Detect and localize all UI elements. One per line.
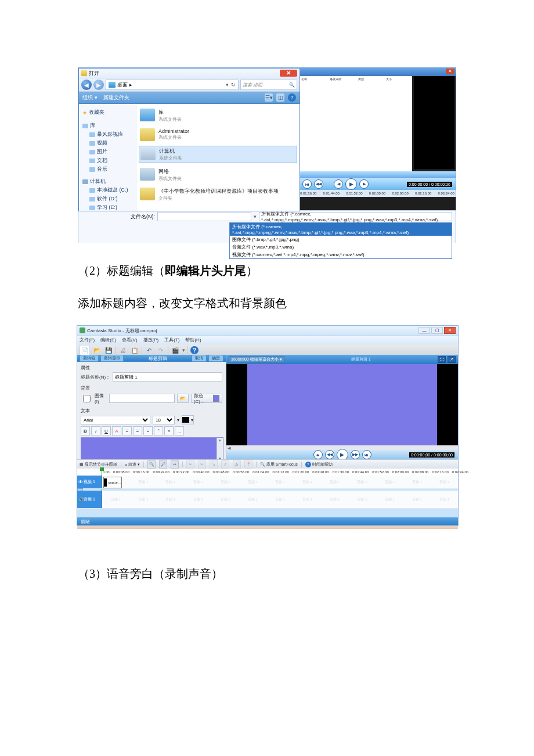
textarea-scrollbar[interactable]: ▴▾ (217, 438, 223, 461)
redo-button[interactable]: ↷ (156, 345, 165, 355)
list-item[interactable]: Administrator系统文件夹 (139, 127, 297, 142)
minimize-button[interactable]: — (418, 327, 430, 334)
bg-image-checkbox[interactable] (83, 395, 91, 402)
host-stepback-button[interactable]: ◀ (334, 179, 343, 189)
font-size-select[interactable]: 18 (153, 416, 175, 424)
zoom-fit-icon[interactable]: ⇔ (171, 460, 179, 469)
font-color-button[interactable]: ▾ (182, 415, 194, 424)
maximize-button[interactable]: ▢ (431, 327, 443, 334)
audio-track[interactable]: 🔊音频 1 音频 1音频 1 音频 1音频 1 音频 1音频 1 音频 1音频 … (77, 491, 458, 509)
search-input[interactable]: 搜索 桌面 🔍 (240, 80, 297, 90)
ok-button[interactable]: 确定 (208, 355, 223, 362)
host-rewind-button[interactable]: ◀◀ (314, 179, 323, 189)
align-center-button[interactable]: ≡ (133, 426, 142, 435)
view-mode-button[interactable]: ☰▾ (265, 93, 273, 102)
list-item[interactable]: 《中小学数字化教师培训课程资源库》项目验收事项文件夹 (139, 186, 297, 203)
menu-play[interactable]: 播放(P) (143, 337, 159, 343)
save-button[interactable]: 💾 (104, 345, 113, 355)
list-item-selected[interactable]: 计算机系统文件夹 (139, 146, 297, 163)
audio-icon[interactable]: 🔊 (233, 460, 241, 469)
filetype-option[interactable]: 视频文件 (*.camrec,*.avi,*.mp4,*.mpg,*.mpeg,… (230, 251, 452, 258)
speaker-icon[interactable]: 🔊 (78, 497, 84, 502)
pv-rw-button[interactable]: ◀◀ (325, 450, 334, 459)
dialog-close-button[interactable]: ✕ (280, 70, 297, 77)
breadcrumb[interactable]: 桌面 ▸ ▾ ↻ (106, 80, 239, 90)
sidebar-item[interactable]: 图片 (82, 148, 136, 156)
align-left-button[interactable]: ≡ (122, 426, 132, 435)
list-item[interactable]: 网络系统文件夹 (139, 167, 297, 183)
help-button[interactable]: ? (288, 93, 296, 102)
forward-button[interactable]: ▶ (93, 80, 104, 90)
filetype-option[interactable]: 图像文件 (*.bmp,*.gif,*.jpg;*.png) (230, 236, 452, 243)
sidebar-item[interactable]: 暴风影视库 (82, 131, 136, 138)
menu-view[interactable]: 查看(V) (122, 337, 138, 343)
panel-tab-clipbin[interactable]: 剪辑箱 (80, 355, 99, 362)
timeline-help-button[interactable]: ? 时间轴帮助 (305, 462, 333, 467)
menu-tools[interactable]: 工具(T) (164, 337, 179, 343)
align-right-button[interactable]: ≡ (143, 426, 153, 435)
name-input[interactable] (113, 372, 222, 381)
host-prev-button[interactable]: ⏮ (302, 179, 312, 189)
text-color-button[interactable]: A (112, 426, 121, 435)
print-button[interactable]: 🖨 (118, 345, 128, 355)
underline-button[interactable]: U (102, 426, 111, 435)
new-folder-button[interactable]: 新建文件夹 (103, 94, 129, 102)
filetype-current[interactable]: 所有媒体文件 (*.camrec, *.avi,*.mpg,*.mpeg,*.w… (259, 212, 452, 221)
marker-icon[interactable]: 📍 (244, 460, 252, 469)
sidebar-item[interactable]: 文档 (82, 157, 136, 164)
fade-icon[interactable]: ↗ (221, 460, 229, 469)
menu-help[interactable]: 帮助(H) (185, 337, 201, 343)
bg-color-button[interactable]: 颜色(C)… (191, 394, 222, 403)
eye-icon[interactable]: 👁 (78, 480, 83, 485)
pv-play-button[interactable]: ▶ (337, 449, 348, 460)
fullscreen-icon[interactable]: ⛶ (438, 356, 446, 363)
copy-button[interactable]: 📋 (130, 345, 139, 355)
filetype-option[interactable]: 所有媒体文件 (*.camrec, *.avi,*.mpg,*.mpeg,*.w… (230, 223, 452, 236)
sidebar-item[interactable]: 视频 (82, 139, 136, 147)
filetype-dropdown[interactable]: 所有媒体文件 (*.camrec, *.avi,*.mpg,*.mpeg,*.w… (229, 222, 452, 259)
help-button[interactable]: ? (190, 346, 199, 354)
pv-ff-button[interactable]: ▶▶ (351, 450, 360, 459)
pv-prev-button[interactable]: ⏮ (313, 450, 323, 459)
list-item[interactable]: 库系统文件夹 (139, 107, 297, 124)
browse-image-button[interactable]: 📂 (177, 394, 189, 403)
preview-pane-button[interactable]: ◫ (276, 93, 284, 102)
close-button[interactable]: ✕ (444, 327, 456, 334)
menu-edit[interactable]: 编辑(E) (100, 337, 116, 343)
valign-mid-button[interactable]: = (164, 426, 174, 435)
filename-input[interactable] (157, 212, 251, 221)
host-stepfwd-button[interactable]: ▶ (359, 179, 369, 189)
sidebar-item[interactable]: 学习 (E:) (82, 204, 136, 211)
back-button[interactable]: ◀ (81, 80, 92, 90)
new-button[interactable]: 📄 (80, 345, 90, 355)
open-button[interactable]: 📂 (92, 345, 102, 355)
video-track[interactable]: 👁视频 1 captur… 音频 1音频 1 音频 1音频 1 音频 1音频 1… (77, 476, 458, 489)
bg-image-path[interactable] (109, 394, 175, 403)
render-button[interactable]: 🎬 (171, 345, 180, 355)
host-close-icon[interactable]: ✕ (446, 69, 454, 74)
panel-tab-clipshow[interactable]: 剪辑显示 (100, 355, 124, 362)
title-text-input[interactable]: ▴▾ (81, 437, 223, 462)
zoom-in-icon[interactable]: 🔍 (147, 460, 156, 469)
apply-smartfocus-button[interactable]: 🔍 应用 SmartFocus (260, 462, 298, 467)
sidebar-item[interactable]: 本地磁盘 (C:) (82, 186, 136, 194)
pv-next-button[interactable]: ⏭ (362, 450, 371, 459)
italic-button[interactable]: I (91, 426, 100, 435)
show-storyboard-toggle[interactable]: ▦ 显示情节串连图板 (80, 462, 117, 467)
undo-button[interactable]: ↶ (145, 345, 154, 355)
filetype-option[interactable]: 音频文件 (*.wav,*.mp3,*.wma) (230, 243, 452, 251)
fade-icon[interactable]: ↘ (210, 460, 218, 469)
detach-icon[interactable]: ↗ (448, 356, 456, 363)
font-name-select[interactable]: Arial (81, 416, 150, 424)
host-play-button[interactable]: ▶ (345, 178, 357, 190)
sidebar-item[interactable]: 软件 (D:) (82, 195, 136, 203)
zoom-out-icon[interactable]: 🔎 (159, 460, 167, 469)
tracks-menu[interactable]: ≡ 轨道 ▾ (125, 462, 140, 467)
valign-top-button[interactable]: ⌃ (154, 426, 163, 435)
split-icon[interactable]: ✂ (198, 460, 206, 469)
dropshadow-button[interactable]: … (175, 426, 184, 435)
sidebar-item[interactable]: 音乐 (82, 165, 136, 173)
bold-button[interactable]: B (81, 426, 90, 435)
preview-size-dropdown[interactable]: 1600x900 收缩至适合大小 ▾ (229, 356, 284, 363)
cancel-button[interactable]: 取消 (192, 355, 207, 362)
